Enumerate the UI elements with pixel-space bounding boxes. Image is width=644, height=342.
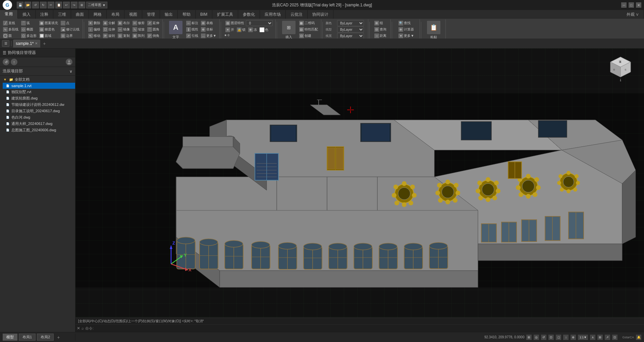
tab-外观[interactable]: 外观 ∨ [622,10,644,19]
tool-删除[interactable]: ✕删除 [87,20,101,26]
tool-特性匹配[interactable]: ▤特性匹配 [298,26,319,32]
tool-layer-lock[interactable]: 🔒锁 [236,27,247,33]
tool-布尔[interactable]: ⊞布尔 [117,20,131,26]
cmd-input[interactable] [85,326,643,330]
tool-延伸[interactable]: ↗延伸 [146,20,160,26]
tab-输出[interactable]: 输出 [160,10,178,19]
tab-插入[interactable]: 插入 [18,10,36,19]
tree-item-4[interactable]: 📄 目录施工说明_20240617.dwg [3,108,75,114]
tab-扩展工具[interactable]: 扩展工具 [212,10,238,19]
tool-旋转[interactable]: ⟳旋转 [102,33,116,39]
tab-add-btn[interactable]: + [55,335,62,340]
quicktool-2[interactable]: 📂 [24,2,31,8]
tool-缩放[interactable]: ⤡缩放 [131,26,146,32]
tool-倒角[interactable]: ◸倒角 [146,33,160,39]
model-tab[interactable]: 模型 [3,334,17,341]
tool-more-annot[interactable]: …更多▼ [200,33,217,39]
tool-拉伸[interactable]: ☐拉伸 [102,26,116,32]
minimize-button[interactable]: ─ [621,2,627,8]
tool-layer-freeze[interactable]: ❄冻 [247,27,258,33]
quicktool-4[interactable]: ↻ [40,2,47,8]
status-more1-icon[interactable]: ⊞ [597,335,603,340]
tree-item-3[interactable]: 📄 节能绿建设计说明-20240612.dw [3,101,75,108]
tool-layer-icons[interactable]: ☀开 [224,27,235,33]
status-osnap-icon[interactable]: ◻ [556,335,561,340]
close-button[interactable]: ✕ [636,2,641,8]
status-notif-icon[interactable]: 🔔 [636,335,641,340]
color-dropdown[interactable]: ByLayer [337,20,364,26]
tool-查找[interactable]: 🔍查找 [397,20,412,26]
tool-修订云线[interactable]: ☁修订云线 [60,26,80,32]
tree-item-1[interactable]: 📄 独院别墅.rvt [3,89,75,95]
tool-阵列[interactable]: ⊞阵列 [131,33,146,39]
tool-文字-large[interactable]: A 文字 [167,20,184,40]
status-scale-dropdown[interactable]: 1:1▼ [578,335,588,340]
tree-item-2[interactable]: 📄 建筑轮廓图.dwg [3,95,75,101]
tool-二维码[interactable]: ▦二维码 [298,20,319,26]
tool-多段线[interactable]: ∿多段线 [2,26,19,32]
quicktool-3[interactable]: ↺ [32,2,39,8]
tool-偏移[interactable]: ↕偏移 [87,26,101,32]
tab-协同设计[interactable]: 协同设计 [308,10,333,19]
tab-云批注[interactable]: 云批注 [286,10,308,19]
status-snap-icon[interactable]: ◎ [534,335,539,340]
project-arrow[interactable]: ∨ [69,69,72,74]
tool-边界[interactable]: ⊡边界 [60,33,80,39]
tree-item-0[interactable]: 📄 sample.1.rvt [3,83,75,89]
tool-粘贴[interactable]: 📋 粘贴 [425,20,442,40]
layout1-tab[interactable]: 布局1 [19,334,36,341]
quicktool-6[interactable]: 📋 [55,2,62,8]
tab-帮助[interactable]: 帮助 [178,10,196,19]
sidebar-menu-icon[interactable]: ☰ [3,51,6,55]
tool-梯度色[interactable]: ▤梯度色 [38,26,59,32]
quicktool-1[interactable]: 💾 [17,2,23,8]
layout2-tab[interactable]: 布局2 [37,334,54,341]
tool-圆[interactable]: 圆 [2,33,19,39]
tool-弧[interactable]: ⌒弧 [20,20,38,26]
tool-修剪[interactable]: ✂修剪 [131,20,146,26]
maximize-button[interactable]: □ [629,2,634,8]
tool-复制[interactable]: ⊡复制 [117,33,131,39]
tool-线性[interactable]: ∥线性 [185,26,199,32]
linetype-dropdown[interactable]: ByLayer [337,26,364,32]
tree-item-7[interactable]: 📄 总图施工图_20240606.dwg [3,127,75,133]
viewport[interactable]: Z Y X [75,49,644,332]
layer-dropdown[interactable]: 0 ByLayer [246,20,273,26]
view-dropdown[interactable]: 二维草图 ▼ [86,2,107,8]
tool-坐标[interactable]: ⊕坐标 [200,26,217,32]
tree-item-5[interactable]: 📄 色白河.dwg [3,114,75,121]
tab-视图[interactable]: 视图 [124,10,142,19]
tree-item-6[interactable]: 📄 通用大样_20240617.dwg [3,121,75,127]
quicktool-5[interactable]: ✂ [48,2,54,8]
quicktool-7[interactable]: ↩ [63,2,70,8]
doc-tab-add[interactable]: + [41,40,48,47]
user-avatar[interactable] [66,59,72,65]
tool-引线[interactable]: ↗引线 [185,33,199,39]
tool-distance[interactable]: ↔距离 [373,33,387,39]
status-more2-icon[interactable]: ↗ [605,335,610,340]
status-more3-icon[interactable]: ⊡ [612,335,618,340]
menu-icon[interactable]: ☰ [2,40,9,47]
tool-图层特性[interactable]: ▤图层特性 [224,20,245,26]
tab-应用市场[interactable]: 应用市场 [260,10,286,19]
tab-BIM[interactable]: BIM [196,10,212,19]
tool-椭圆[interactable]: ⬭椭圆 [20,26,38,32]
tab-布局[interactable]: 布局 [107,10,124,19]
tool-点[interactable]: ·点 [60,20,80,26]
tool-创建块[interactable]: ⊡创建 [298,33,319,39]
tool-查询[interactable]: ⊟查询 [373,26,387,32]
tool-分解[interactable]: ⊕分解 [102,20,116,26]
doc-tab-sample[interactable]: sample.1* ✕ [13,40,40,48]
linewidth-dropdown[interactable]: ByLayer [337,33,364,39]
tool-标注[interactable]: ↔标注 [185,20,199,26]
tool-插入[interactable]: ⊞ 插入 [280,20,298,40]
refresh-icon[interactable]: ↺ [3,59,9,65]
tool-移动[interactable]: ↖移动 [87,33,101,39]
tab-常用[interactable]: 常用 [0,10,18,19]
doc-tab-close[interactable]: ✕ [35,42,38,45]
tool-组[interactable]: ⊞组 [373,20,384,26]
tool-图案填充[interactable]: ▦图案填充 [38,20,59,26]
tree-root[interactable]: ▼ 📁 全部文档 [0,76,75,83]
tab-注释[interactable]: 注释 [36,10,53,19]
tool-镜像[interactable]: ↔镜像 [117,26,131,32]
